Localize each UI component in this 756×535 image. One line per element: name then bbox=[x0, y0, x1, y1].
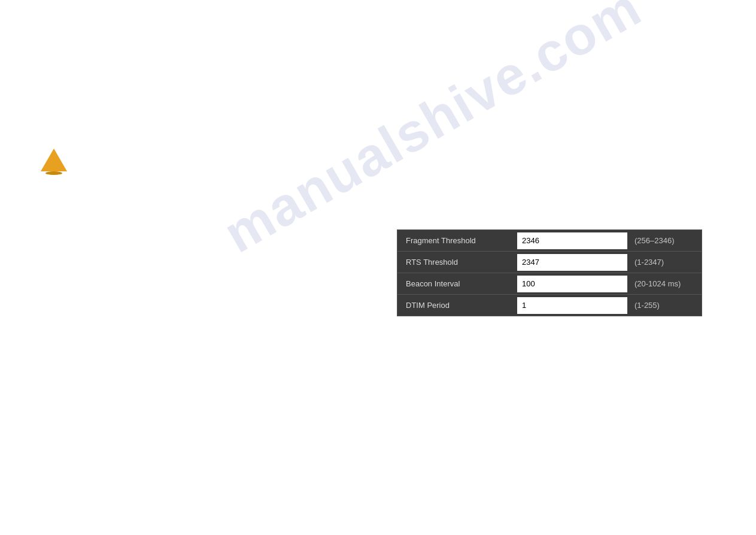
watermark: manualshive.com bbox=[214, 0, 652, 265]
range-rts-threshold: (1-2347) bbox=[627, 253, 671, 271]
settings-row-dtim-period: DTIM Period(1-255) bbox=[397, 295, 702, 316]
input-fragment-threshold[interactable] bbox=[517, 232, 627, 249]
range-beacon-interval: (20-1024 ms) bbox=[627, 274, 688, 293]
input-dtim-period[interactable] bbox=[517, 297, 627, 314]
label-beacon-interval: Beacon Interval bbox=[397, 273, 517, 294]
label-fragment-threshold: Fragment Threshold bbox=[397, 230, 517, 251]
settings-row-rts-threshold: RTS Threshold(1-2347) bbox=[397, 252, 702, 273]
settings-row-beacon-interval: Beacon Interval(20-1024 ms) bbox=[397, 273, 702, 295]
range-fragment-threshold: (256–2346) bbox=[627, 231, 682, 250]
label-dtim-period: DTIM Period bbox=[397, 295, 517, 316]
label-rts-threshold: RTS Threshold bbox=[397, 252, 517, 273]
settings-panel: Fragment Threshold(256–2346)RTS Threshol… bbox=[397, 229, 702, 316]
input-beacon-interval[interactable] bbox=[517, 276, 627, 292]
settings-row-fragment-threshold: Fragment Threshold(256–2346) bbox=[397, 230, 702, 252]
range-dtim-period: (1-255) bbox=[627, 296, 667, 315]
input-rts-threshold[interactable] bbox=[517, 254, 627, 271]
